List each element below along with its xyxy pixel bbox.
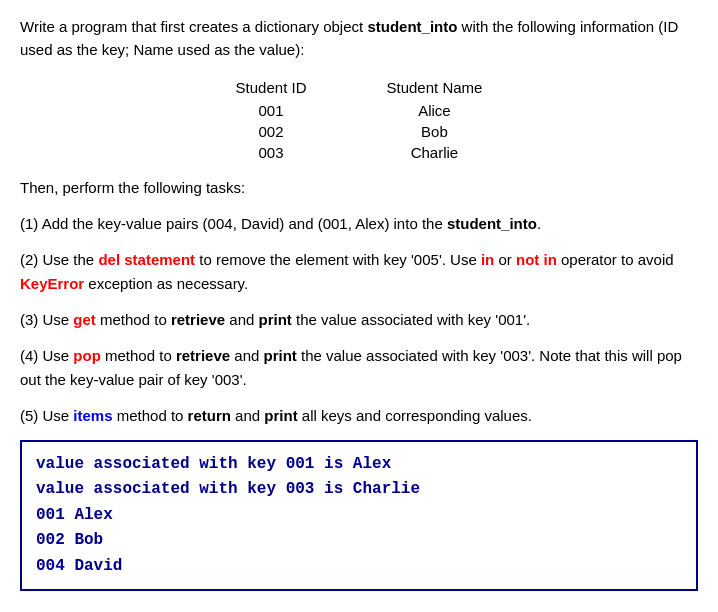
task-2-notin: not in	[516, 251, 557, 268]
task-1-bold: student_into	[447, 215, 537, 232]
task-2-text-3: or	[494, 251, 516, 268]
output-line-2: value associated with key 003 is Charlie	[36, 477, 682, 503]
task-5-text-1: Use	[38, 407, 73, 424]
task-5-number: (5)	[20, 407, 38, 424]
task-4: (4) Use pop method to retrieve and print…	[20, 344, 698, 392]
task-2-text-5: exception as necessary.	[84, 275, 248, 292]
task-3-text-2: method to	[96, 311, 171, 328]
task-1-number: (1)	[20, 215, 38, 232]
task-2: (2) Use the del statement to remove the …	[20, 248, 698, 296]
task-5-print: print	[264, 407, 297, 424]
task-4-text-2: method to	[101, 347, 176, 364]
table-header-name: Student Name	[347, 75, 523, 100]
task-3-number: (3)	[20, 311, 38, 328]
table-row: 003 Charlie	[196, 142, 523, 163]
task-3-get: get	[73, 311, 96, 328]
student-table-section: Student ID Student Name 001 Alice 002 Bo…	[20, 75, 698, 163]
table-row: 002 Bob	[196, 121, 523, 142]
task-3-retrieve: retrieve	[171, 311, 225, 328]
task-1-end: .	[537, 215, 541, 232]
output-line-5: 004 David	[36, 554, 682, 580]
student-name-1: Alice	[347, 100, 523, 121]
task-2-number: (2)	[20, 251, 38, 268]
intro-text-before-bold: Write a program that first creates a dic…	[20, 18, 367, 35]
student-name-3: Charlie	[347, 142, 523, 163]
task-2-in: in	[481, 251, 494, 268]
task-2-text-2: to remove the element with key '005'. Us…	[195, 251, 481, 268]
task-5: (5) Use items method to return and print…	[20, 404, 698, 428]
task-4-number: (4)	[20, 347, 38, 364]
task-4-pop: pop	[73, 347, 101, 364]
tasks-intro: Then, perform the following tasks:	[20, 177, 698, 200]
intro-paragraph: Write a program that first creates a dic…	[20, 16, 698, 61]
task-2-keyerror: KeyError	[20, 275, 84, 292]
task-4-retrieve: retrieve	[176, 347, 230, 364]
student-name-2: Bob	[347, 121, 523, 142]
student-id-2: 002	[196, 121, 347, 142]
output-line-1: value associated with key 001 is Alex	[36, 452, 682, 478]
table-row: 001 Alice	[196, 100, 523, 121]
task-5-text-4: all keys and corresponding values.	[298, 407, 532, 424]
task-3-text-4: the value associated with key '001'.	[292, 311, 530, 328]
task-2-text-1: Use the	[38, 251, 98, 268]
task-1-text-before: Add the key-value pairs (004, David) and…	[38, 215, 447, 232]
student-id-3: 003	[196, 142, 347, 163]
student-id-1: 001	[196, 100, 347, 121]
student-table: Student ID Student Name 001 Alice 002 Bo…	[196, 75, 523, 163]
output-line-3: 001 Alex	[36, 503, 682, 529]
task-4-print: print	[264, 347, 297, 364]
task-1: (1) Add the key-value pairs (004, David)…	[20, 212, 698, 236]
task-2-text-4: operator to avoid	[557, 251, 674, 268]
output-box: value associated with key 001 is Alex va…	[20, 440, 698, 592]
task-3-print: print	[259, 311, 292, 328]
task-5-text-2: method to	[113, 407, 188, 424]
task-3-text-3: and	[225, 311, 258, 328]
task-3: (3) Use get method to retrieve and print…	[20, 308, 698, 332]
task-4-text-3: and	[230, 347, 263, 364]
task-5-text-3: and	[231, 407, 264, 424]
intro-bold-word: student_into	[367, 18, 457, 35]
task-4-text-1: Use	[38, 347, 73, 364]
output-line-4: 002 Bob	[36, 528, 682, 554]
table-header-id: Student ID	[196, 75, 347, 100]
task-2-del: del statement	[98, 251, 195, 268]
task-5-return: return	[188, 407, 231, 424]
task-3-text-1: Use	[38, 311, 73, 328]
task-5-items: items	[73, 407, 112, 424]
